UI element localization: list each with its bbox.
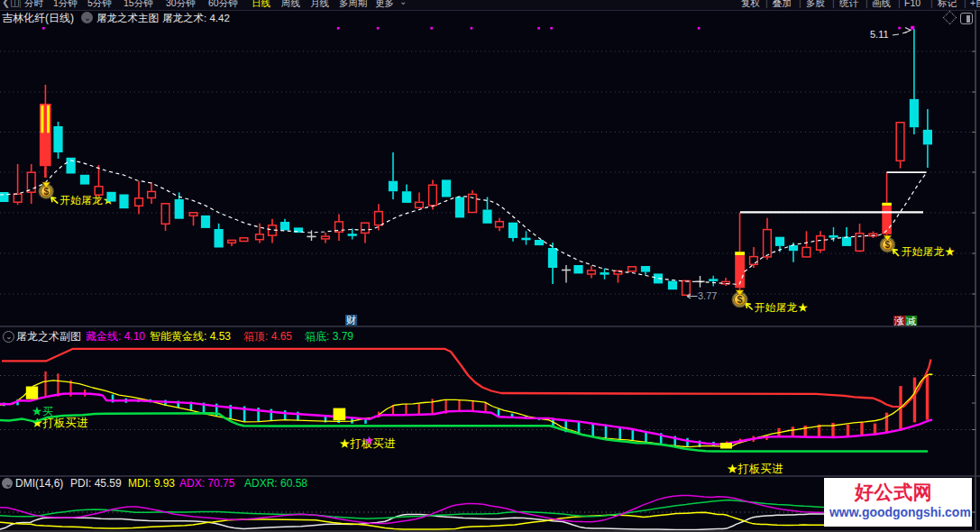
svg-text:$: $ — [885, 240, 891, 250]
svg-text:★: ★ — [364, 434, 375, 447]
svg-text:$: $ — [737, 294, 743, 305]
svg-text:$: $ — [43, 187, 49, 197]
